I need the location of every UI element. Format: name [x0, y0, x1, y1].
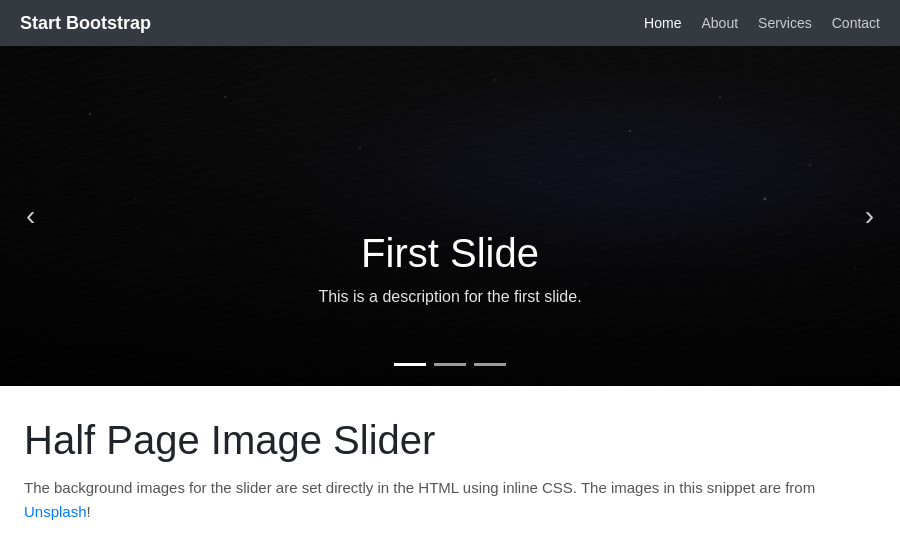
content-heading: Half Page Image Slider [24, 416, 876, 464]
slider-indicators [394, 363, 506, 366]
content-body-text: The background images for the slider are… [24, 479, 815, 496]
nav-item-services[interactable]: Services [758, 14, 812, 32]
slide-title: First Slide [0, 231, 900, 276]
content-section: Half Page Image Slider The background im… [0, 386, 900, 535]
navbar: Start Bootstrap Home About Services Cont… [0, 0, 900, 46]
content-body-suffix: ! [87, 503, 91, 520]
slider-prev-button[interactable]: ‹ [10, 190, 51, 242]
slide-description: This is a description for the first slid… [0, 288, 900, 306]
indicator-2[interactable] [434, 363, 466, 366]
nav-item-about[interactable]: About [701, 14, 738, 32]
nav-item-contact[interactable]: Contact [832, 14, 880, 32]
nav-brand[interactable]: Start Bootstrap [20, 13, 151, 34]
unsplash-link[interactable]: Unsplash [24, 503, 87, 520]
indicator-1[interactable] [394, 363, 426, 366]
nav-links: Home About Services Contact [644, 14, 880, 32]
nav-link-services[interactable]: Services [758, 15, 812, 31]
nav-link-home[interactable]: Home [644, 15, 681, 31]
content-body: The background images for the slider are… [24, 476, 844, 524]
nav-link-about[interactable]: About [701, 15, 738, 31]
slider-next-button[interactable]: › [849, 190, 890, 242]
nav-item-home[interactable]: Home [644, 14, 681, 32]
slide-content: First Slide This is a description for th… [0, 231, 900, 306]
slide-overlay [0, 46, 900, 386]
nav-link-contact[interactable]: Contact [832, 15, 880, 31]
slider: ‹ › First Slide This is a description fo… [0, 46, 900, 386]
indicator-3[interactable] [474, 363, 506, 366]
